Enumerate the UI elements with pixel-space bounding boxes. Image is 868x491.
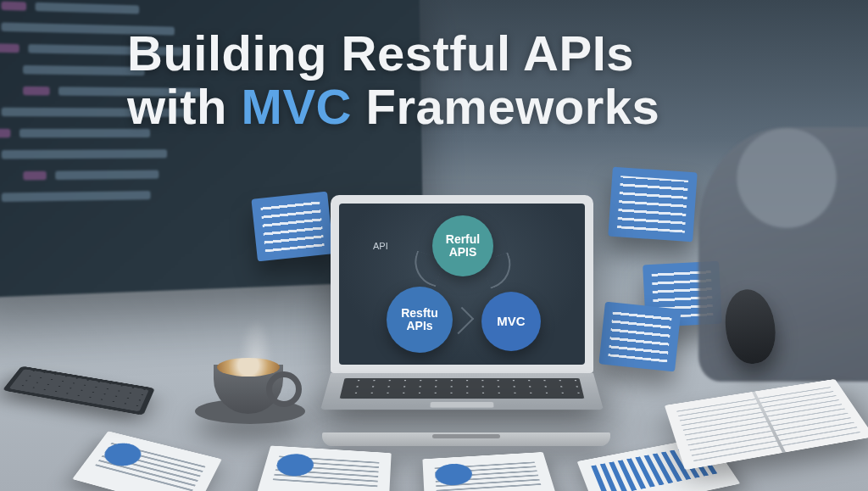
diagram-node-top-line1: Rerful xyxy=(446,233,480,246)
title-line2-post: Frameworks xyxy=(352,79,659,134)
laptop-base xyxy=(322,432,610,446)
desk-paper xyxy=(256,445,392,491)
desk-paper xyxy=(72,431,222,491)
desk-paper xyxy=(422,452,558,491)
person-silhouette xyxy=(698,127,868,382)
title-line1: Building Restful APIs xyxy=(127,25,634,81)
title-line2-emphasis: MVC xyxy=(242,79,352,134)
desk-keyboard xyxy=(3,366,155,416)
diagram-node-top-line2: APIS xyxy=(449,246,477,259)
laptop-keyboard xyxy=(320,373,604,410)
hero-title: Building Restful APIs with MVC Framework… xyxy=(127,27,771,133)
coffee-surface xyxy=(217,358,280,377)
title-line2-pre: with xyxy=(127,79,242,134)
hero-scene: Building Restful APIs with MVC Framework… xyxy=(0,0,868,491)
diagram-node-left: Resftu APIs xyxy=(387,287,453,353)
diagram-node-right-line1: MVC xyxy=(497,315,525,328)
diagram-node-left-line2: APIs xyxy=(406,320,432,332)
open-notebook xyxy=(665,379,868,470)
floating-note xyxy=(598,301,681,371)
coffee-cup xyxy=(195,348,297,424)
floating-note xyxy=(608,167,697,243)
diagram-node-right: MVC xyxy=(481,292,541,351)
diagram-node-left-line1: Resftu xyxy=(401,307,438,320)
laptop-screen-bezel: API Rerful APIS Resftu APIs MVC xyxy=(331,195,593,373)
laptop: API Rerful APIS Resftu APIs MVC xyxy=(322,195,602,446)
diagram-api-label: API xyxy=(373,241,388,251)
laptop-screen: API Rerful APIS Resftu APIs MVC xyxy=(339,204,585,365)
